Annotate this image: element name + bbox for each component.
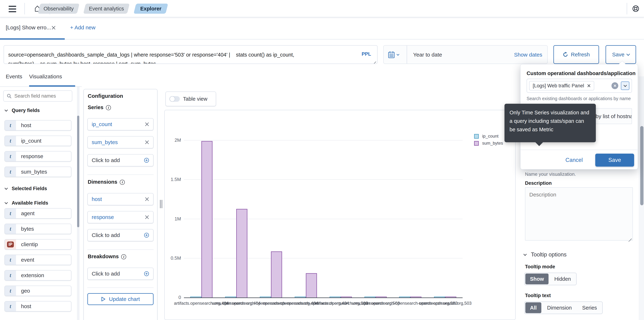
remove-icon[interactable] — [144, 215, 149, 220]
series-item[interactable]: ip_count — [88, 118, 154, 130]
resize-handle-icon[interactable] — [628, 236, 632, 240]
bar-sum_bytes — [271, 251, 282, 297]
field-search[interactable] — [3, 90, 72, 102]
show-dates-button[interactable]: Show dates — [514, 52, 542, 58]
series-add-button[interactable]: Click to add — [88, 154, 154, 167]
combobox-dropdown-button[interactable] — [621, 81, 630, 90]
field-type-icon: t — [5, 270, 16, 280]
field-item[interactable]: t extension — [4, 270, 72, 280]
field-item[interactable]: t host — [4, 120, 72, 130]
update-chart-button[interactable]: Update chart — [88, 293, 154, 305]
sidebar-scrollbar-thumb[interactable] — [77, 116, 79, 227]
table-view-toggle[interactable] — [169, 96, 180, 102]
gridline — [184, 140, 462, 140]
popover-footer-divider — [520, 150, 638, 150]
query-input[interactable]: source=opensearch_dashboards_sample_data… — [4, 45, 378, 64]
refresh-button[interactable]: Refresh — [554, 45, 599, 64]
field-type-icon: t — [5, 224, 16, 234]
table-view-toggle-box[interactable]: Table view — [166, 91, 216, 106]
field-type-icon: t — [5, 301, 16, 311]
tooltip-text-option[interactable]: Series — [578, 302, 602, 313]
chevron-down-icon — [626, 52, 630, 56]
field-item[interactable]: IP clientip — [4, 239, 72, 250]
field-item[interactable]: t response — [4, 151, 72, 162]
resize-handle-icon[interactable] — [372, 59, 376, 63]
cancel-button[interactable]: Cancel — [566, 157, 583, 163]
top-nav: Observability Event analytics Explorer — [0, 0, 644, 17]
gridline — [184, 258, 462, 258]
field-item[interactable]: t sum_bytes — [4, 167, 72, 177]
description-input[interactable] — [525, 187, 633, 241]
popover-save-button[interactable]: Save — [595, 153, 634, 167]
dimension-item[interactable]: host — [88, 193, 154, 205]
configuration-panel: Configuration Seriesi ip_count sum_bytes… — [84, 89, 158, 320]
tooltip-text-option[interactable]: Dimension — [542, 302, 576, 313]
help-icon[interactable] — [632, 4, 640, 14]
calendar-icon[interactable] — [388, 51, 399, 59]
field-item[interactable]: t bytes — [4, 224, 72, 234]
field-name: response — [21, 153, 43, 159]
breadcrumb-tab[interactable]: Event analytics — [84, 4, 128, 14]
field-item[interactable]: t geo — [4, 286, 72, 296]
legend-label-ip_count[interactable]: ip_count — [482, 134, 498, 139]
open-tab[interactable]: [Logs] Show erro... — [6, 25, 51, 31]
remove-icon[interactable] — [144, 197, 149, 202]
add-new-label: + Add new — [70, 25, 96, 31]
breadcrumb-tab[interactable]: Explorer — [135, 4, 167, 14]
tooltip-mode-option[interactable]: Hidden — [550, 273, 576, 284]
remove-icon[interactable] — [144, 140, 149, 145]
remove-icon[interactable] — [144, 122, 149, 127]
save-button[interactable]: Save — [606, 45, 636, 64]
breakdown-add-button[interactable]: Click to add — [88, 268, 154, 280]
menu-icon[interactable] — [9, 6, 16, 14]
chevron-down-icon — [523, 252, 526, 256]
clear-selection-icon[interactable] — [612, 82, 618, 89]
date-picker[interactable]: Year to date Show dates — [383, 45, 548, 64]
bar-sum_bytes — [445, 297, 456, 297]
info-icon[interactable]: i — [120, 180, 125, 185]
tab-label: Explorer — [140, 6, 162, 12]
chevron-down-icon — [396, 53, 400, 56]
tooltip-options-header[interactable]: Tooltip options — [524, 251, 566, 258]
info-icon[interactable]: i — [106, 105, 111, 110]
ppl-language-badge: PPL — [362, 51, 371, 57]
search-input[interactable] — [14, 93, 68, 99]
field-item[interactable]: t event — [4, 255, 72, 265]
tooltip-mode-option[interactable]: Show — [525, 273, 548, 284]
selected-fields-header[interactable]: Selected Fields — [5, 186, 47, 191]
panel-resizer-handle[interactable] — [160, 200, 162, 208]
close-tab-icon[interactable] — [51, 25, 56, 31]
date-range-value[interactable]: Year to date — [413, 52, 442, 58]
bar-ip_count — [330, 297, 341, 297]
field-item[interactable]: t host — [4, 301, 72, 311]
breadcrumb-tab[interactable]: Observability — [39, 4, 78, 14]
page-scrollbar-track[interactable] — [640, 76, 644, 320]
dimensions-header: Dimensionsi — [88, 179, 125, 185]
sidebar-scrollbar-track[interactable] — [77, 87, 80, 320]
dimension-item[interactable]: response — [88, 211, 154, 223]
legend-label-sum_bytes[interactable]: sum_bytes — [482, 141, 503, 146]
add-new-tab-button[interactable]: + Add new — [70, 25, 96, 31]
page-scrollbar-thumb[interactable] — [640, 126, 644, 205]
legend-swatch-sum_bytes[interactable] — [474, 141, 479, 146]
query-fields-header[interactable]: Query fields — [5, 108, 40, 113]
tab-title: [Logs] Show erro... — [6, 25, 51, 31]
info-icon[interactable]: i — [121, 254, 126, 259]
legend-swatch-ip_count[interactable] — [474, 134, 479, 139]
tab-events[interactable]: Events — [6, 73, 22, 80]
selected-dashboard-tag[interactable]: [Logs] Web traffic Panel — [529, 81, 594, 90]
dimension-add-button[interactable]: Click to add — [88, 229, 154, 241]
tab-visualizations[interactable]: Visualizations — [29, 73, 62, 80]
tooltip-text-option[interactable]: All — [525, 302, 541, 313]
series-item[interactable]: sum_bytes — [88, 136, 154, 148]
remove-tag-icon[interactable] — [587, 84, 590, 88]
field-item[interactable]: t ip_count — [4, 136, 72, 146]
bar-ip_count — [434, 297, 445, 297]
chevron-down-icon — [4, 201, 8, 204]
tab-label: Observability — [44, 6, 74, 12]
available-fields-header[interactable]: Available Fields — [5, 200, 48, 206]
dashboard-combobox[interactable]: [Logs] Web traffic Panel — [526, 79, 632, 93]
field-item[interactable]: t agent — [4, 208, 72, 219]
bar-sum_bytes — [410, 297, 422, 297]
plus-circle-icon — [144, 232, 149, 238]
